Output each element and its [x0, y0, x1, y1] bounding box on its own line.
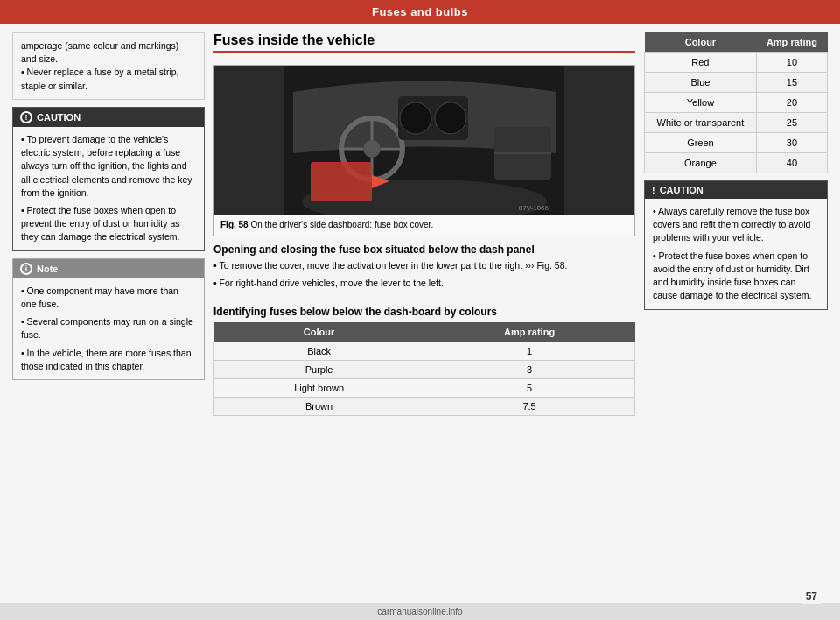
svg-rect-11 [311, 162, 372, 201]
table-row: Green30 [645, 133, 828, 153]
table-cell: Yellow [645, 93, 757, 113]
table-row: Black1 [214, 342, 635, 360]
caution-body-right: Always carefully remove the fuse box cov… [645, 199, 827, 309]
dashboard-illustration: 87V-1066 [214, 66, 634, 215]
caution-box-left: ! CAUTION To prevent damage to the vehic… [12, 107, 205, 251]
table-cell: Blue [645, 73, 757, 93]
table-cell: 10 [756, 53, 827, 73]
opening-section: Opening and closing the fuse box situate… [214, 243, 635, 294]
svg-point-3 [363, 140, 381, 158]
svg-text:87V-1066: 87V-1066 [519, 204, 550, 212]
table-row: Yellow20 [645, 93, 828, 113]
opening-point-2: For right-hand drive vehicles, move the … [214, 277, 635, 291]
info-header-left: i Note [13, 259, 204, 278]
caution-header-right: ! CAUTION [645, 181, 827, 199]
svg-point-9 [400, 102, 431, 134]
watermark: carmanualsonline.info [377, 607, 462, 616]
figure-box: 87V-1066 Fig. 58 On the driver's side da… [214, 65, 635, 236]
page-title: Fuses and bulbs [372, 5, 468, 18]
note-point-3: In the vehicle, there are more fuses tha… [21, 347, 196, 373]
note-point-1: One component may have more than one fus… [21, 285, 196, 311]
table-cell: 7.5 [424, 397, 635, 415]
table-cell: 40 [756, 153, 827, 173]
right-caution-point-2: Protect the fuse boxes when open to avoi… [653, 250, 819, 303]
right-column: Colour Amp rating Red10Blue15Yellow20Whi… [644, 32, 828, 595]
table-cell: Purple [214, 360, 424, 378]
fuse-table: Colour Amp rating Black1Purple3Light bro… [214, 322, 635, 416]
top-bar: Fuses and bulbs [0, 0, 840, 24]
intro-note-bullet: Never replace a fuse by a metal strip, s… [21, 66, 196, 92]
table-cell: Orange [645, 153, 757, 173]
table-cell: 25 [756, 113, 827, 133]
page-wrapper: Fuses and bulbs amperage (same colour an… [0, 0, 840, 620]
table-cell: White or transparent [645, 113, 757, 133]
fuses-title: Fuses inside the vehicle [214, 32, 635, 53]
intro-note-text: amperage (same colour and markings) and … [21, 39, 196, 66]
fuse-col-colour: Colour [214, 322, 424, 342]
identifying-title: Identifying fuses below below the dash-b… [214, 306, 635, 318]
caution-icon-left: ! [20, 111, 32, 123]
caution-box-right: ! CAUTION Always carefully remove the fu… [644, 180, 828, 310]
caution-label-right: CAUTION [660, 185, 704, 195]
fuse-col-amp: Amp rating [424, 322, 635, 342]
table-cell: 1 [424, 342, 635, 360]
caution-point-1: To prevent damage to the vehicle's elect… [21, 133, 196, 200]
table-row: Brown7.5 [214, 397, 635, 415]
table-cell: Light brown [214, 378, 424, 397]
section-title-fuses: Fuses inside the vehicle [214, 32, 635, 58]
caution-label-left: CAUTION [37, 112, 80, 123]
identifying-section: Identifying fuses below below the dash-b… [214, 301, 635, 416]
fig-caption-text: On the driver's side dashboard: fuse box… [250, 220, 433, 229]
table-cell: 3 [424, 360, 635, 378]
table-cell: Black [214, 342, 424, 360]
figure-caption: Fig. 58 On the driver's side dashboard: … [214, 215, 634, 236]
caution-body-left: To prevent damage to the vehicle's elect… [13, 127, 204, 250]
opening-point-1: To remove the cover, move the activation… [214, 259, 635, 273]
mid-column: Fuses inside the vehicle [214, 32, 635, 595]
caution-point-2: Protect the fuse boxes when open to prev… [21, 204, 196, 244]
page-number: 57 [802, 588, 821, 604]
table-row: Blue15 [645, 73, 828, 93]
table-row: White or transparent25 [645, 113, 828, 133]
caution-icon-right: ! [652, 185, 655, 195]
table-row: Orange40 [645, 153, 828, 173]
fig-label: Fig. 58 [220, 220, 248, 229]
table-row: Purple3 [214, 360, 635, 378]
table-row: Light brown5 [214, 378, 635, 397]
content-area: amperage (same colour and markings) and … [0, 24, 840, 603]
svg-point-10 [435, 102, 466, 134]
right-col-amp: Amp rating [756, 32, 827, 53]
table-cell: Brown [214, 397, 424, 415]
note-point-2: Several components may run on a single f… [21, 315, 196, 342]
caution-header-left: ! CAUTION [13, 108, 204, 127]
right-col-colour: Colour [645, 32, 757, 53]
intro-note-box: amperage (same colour and markings) and … [12, 32, 205, 100]
table-cell: 20 [756, 93, 827, 113]
left-column: amperage (same colour and markings) and … [12, 32, 205, 595]
info-box-left: i Note One component may have more than … [12, 258, 205, 380]
table-row: Red10 [645, 53, 828, 73]
table-cell: 15 [756, 73, 827, 93]
table-cell: Green [645, 133, 757, 153]
right-caution-point-1: Always carefully remove the fuse box cov… [653, 205, 819, 245]
table-cell: Red [645, 53, 757, 73]
opening-title: Opening and closing the fuse box situate… [214, 243, 635, 256]
figure-image: 87V-1066 [214, 66, 634, 215]
info-body-left: One component may have more than one fus… [13, 278, 204, 379]
note-label-left: Note [37, 264, 58, 274]
table-cell: 5 [424, 378, 635, 397]
opening-text: To remove the cover, move the activation… [214, 259, 635, 291]
footer-bar: carmanualsonline.info [0, 603, 840, 620]
right-table: Colour Amp rating Red10Blue15Yellow20Whi… [644, 32, 828, 173]
table-cell: 30 [756, 133, 827, 153]
info-icon-left: i [20, 263, 32, 275]
